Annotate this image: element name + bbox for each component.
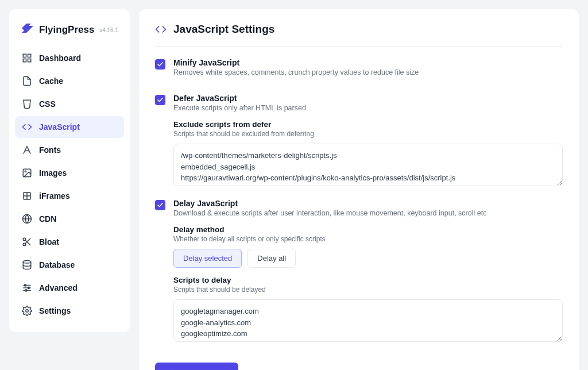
- delay-selected-button[interactable]: Delay selected: [173, 249, 242, 268]
- defer-title: Defer JavaScript: [173, 94, 563, 103]
- svg-rect-2: [23, 59, 26, 62]
- sidebar-item-label: iFrames: [39, 191, 70, 201]
- defer-desc: Execute scripts only after HTML is parse…: [173, 104, 563, 112]
- sidebar-item-cache[interactable]: Cache: [15, 70, 124, 92]
- sidebar-item-label: Advanced: [39, 283, 78, 292]
- page-title: JavaScript Settings: [173, 23, 274, 36]
- sidebar-item-cdn[interactable]: CDN: [15, 208, 124, 230]
- code-icon: [155, 24, 167, 35]
- sidebar-item-label: Dashboard: [39, 53, 81, 63]
- delay-method-toggle: Delay selected Delay all: [173, 249, 563, 268]
- sidebar-item-label: Images: [39, 168, 67, 178]
- dashboard-icon: [22, 53, 32, 63]
- delay-method-section: Delay method Whether to delay all script…: [173, 225, 563, 268]
- setting-defer: Defer JavaScript Execute scripts only af…: [155, 94, 563, 188]
- svg-point-18: [23, 261, 31, 264]
- sidebar-item-label: Cache: [39, 76, 63, 86]
- fonts-icon: [22, 145, 32, 155]
- defer-exclude-textarea[interactable]: [173, 144, 563, 186]
- defer-exclude-title: Exclude scripts from defer: [173, 120, 563, 129]
- database-icon: [22, 260, 32, 270]
- sidebar-item-images[interactable]: Images: [15, 162, 124, 184]
- gear-icon: [22, 306, 32, 316]
- code-icon: [22, 122, 32, 132]
- advanced-icon: [22, 283, 32, 293]
- delay-scripts-textarea[interactable]: [173, 299, 563, 342]
- delay-all-button[interactable]: Delay all: [247, 249, 296, 268]
- delay-method-desc: Whether to delay all scripts or only spe…: [173, 235, 563, 243]
- svg-point-23: [28, 287, 30, 289]
- brand-logo-icon: [21, 23, 34, 37]
- svg-point-5: [25, 171, 26, 172]
- sidebar-item-fonts[interactable]: Fonts: [15, 139, 124, 161]
- defer-exclude-desc: Scripts that should be excluded from def…: [173, 130, 563, 138]
- image-icon: [22, 168, 32, 178]
- delay-desc: Download & execute scripts after user in…: [173, 209, 563, 217]
- svg-point-25: [26, 310, 29, 313]
- brand-name: FlyingPress: [39, 24, 94, 36]
- sidebar-item-database[interactable]: Database: [15, 254, 124, 276]
- iframe-icon: [22, 191, 32, 201]
- main-panel: JavaScript Settings Minify JavaScript Re…: [139, 9, 579, 370]
- setting-delay: Delay JavaScript Download & execute scri…: [155, 199, 563, 344]
- svg-rect-0: [23, 54, 26, 57]
- globe-icon: [22, 214, 32, 224]
- minify-checkbox[interactable]: [155, 59, 165, 70]
- defer-checkbox[interactable]: [155, 95, 165, 105]
- svg-rect-1: [28, 54, 31, 57]
- minify-desc: Removes white spaces, comments, crunch p…: [173, 68, 563, 76]
- sidebar-item-dashboard[interactable]: Dashboard: [15, 47, 124, 69]
- svg-rect-3: [28, 59, 31, 62]
- sidebar-item-label: Settings: [39, 306, 71, 315]
- sidebar-item-css[interactable]: CSS: [15, 93, 124, 115]
- sidebar-item-label: Database: [39, 260, 75, 269]
- delay-scripts-section: Scripts to delay Scripts that should be …: [173, 276, 563, 344]
- page-header: JavaScript Settings: [155, 23, 563, 47]
- sidebar-item-label: Bloat: [39, 237, 59, 246]
- svg-point-22: [25, 284, 26, 286]
- sidebar-item-settings[interactable]: Settings: [15, 300, 124, 322]
- minify-title: Minify JavaScript: [173, 58, 563, 67]
- cache-icon: [22, 76, 32, 86]
- delay-checkbox[interactable]: [155, 200, 165, 210]
- sidebar-item-advanced[interactable]: Advanced: [15, 277, 124, 299]
- sidebar-item-label: Fonts: [39, 145, 61, 155]
- setting-minify: Minify JavaScript Removes white spaces, …: [155, 58, 563, 83]
- scissors-icon: [22, 237, 32, 247]
- brand-version: v4.16.1: [99, 27, 118, 33]
- sidebar-item-label: CSS: [39, 99, 56, 109]
- brand: FlyingPress v4.16.1: [15, 18, 124, 47]
- sidebar-item-bloat[interactable]: Bloat: [15, 231, 124, 253]
- sidebar-item-javascript[interactable]: JavaScript: [15, 116, 124, 138]
- sidebar-item-label: JavaScript: [39, 122, 80, 132]
- defer-exclude-section: Exclude scripts from defer Scripts that …: [173, 120, 563, 188]
- delay-scripts-desc: Scripts that should be delayed: [173, 286, 563, 294]
- sidebar: FlyingPress v4.16.1 DashboardCacheCSSJav…: [9, 9, 130, 332]
- delay-method-title: Delay method: [173, 225, 563, 234]
- save-button[interactable]: Save changes: [155, 363, 238, 370]
- sidebar-item-label: CDN: [39, 214, 56, 223]
- delay-title: Delay JavaScript: [173, 199, 563, 208]
- svg-point-24: [25, 290, 27, 291]
- delay-scripts-title: Scripts to delay: [173, 276, 563, 284]
- css-icon: [22, 99, 32, 109]
- sidebar-item-iframes[interactable]: iFrames: [15, 185, 124, 207]
